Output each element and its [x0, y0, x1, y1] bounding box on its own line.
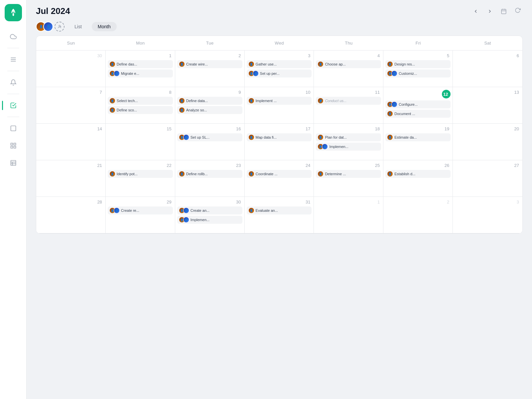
calendar-event[interactable]: 👤Document ... — [385, 110, 451, 118]
calendar-cell[interactable]: 9👤Define data...👤Analyze so... — [175, 87, 245, 124]
calendar-cell[interactable]: 13 — [453, 87, 522, 124]
calendar-event[interactable]: 👤Choose ap... — [316, 60, 381, 68]
event-avatar-woman: 👤 — [183, 217, 189, 223]
calendar-cell[interactable]: 6 — [453, 51, 522, 87]
calendar-cell[interactable]: 29👤👤Create re... — [106, 197, 175, 233]
event-avatar-group: 👤 — [248, 61, 254, 67]
calendar-event[interactable]: 👤Define rollb... — [177, 170, 242, 178]
calendar-cell[interactable]: 23👤Define rollb... — [175, 160, 245, 197]
event-label: Determine ... — [325, 172, 379, 176]
sidebar-item-notes[interactable] — [6, 121, 21, 136]
event-label: Conduct us... — [325, 99, 379, 103]
cell-date: 6 — [455, 53, 520, 58]
calendar-cell[interactable]: 15 — [106, 124, 175, 160]
event-avatar-man: 👤 — [109, 107, 115, 113]
calendar-cell[interactable]: 18👤Plan for dat...👤👤Implemen... — [314, 124, 383, 160]
calendar-cell[interactable]: 31👤Evaluate an... — [245, 197, 314, 233]
calendar-event[interactable]: 👤Determine ... — [316, 170, 381, 178]
sidebar-item-table[interactable] — [6, 156, 21, 170]
calendar-event[interactable]: 👤Estimate da... — [385, 133, 451, 141]
calendar-cell[interactable]: 20 — [453, 124, 522, 160]
add-member-button[interactable] — [55, 22, 65, 32]
calendar-event[interactable]: 👤Conduct us... — [316, 97, 381, 105]
calendar-cell[interactable]: 28 — [36, 197, 106, 233]
calendar-cell[interactable]: 24👤Coordinate ... — [245, 160, 314, 197]
event-label: Create an... — [191, 208, 241, 212]
calendar-event[interactable]: 👤Establish d... — [385, 170, 451, 178]
calendar-event[interactable]: 👤Design res... — [385, 60, 451, 68]
calendar-cell[interactable]: 16👤👤Set up SL... — [175, 124, 245, 160]
calendar-cell[interactable]: 22👤Identify pot... — [106, 160, 175, 197]
sidebar-item-tasks[interactable] — [6, 98, 21, 113]
event-label: Establish d... — [394, 172, 449, 176]
event-avatar-group: 👤 — [387, 111, 393, 117]
calendar-cell[interactable]: 8👤Select tech...👤Define sco... — [106, 87, 175, 124]
event-label: Select tech... — [117, 99, 171, 103]
event-avatar-woman: 👤 — [391, 70, 397, 76]
calendar-cell[interactable]: 14 — [36, 124, 106, 160]
calendar-cell[interactable]: 3 — [453, 197, 522, 233]
app-logo[interactable] — [5, 4, 22, 21]
calendar-day-headers: Sun Mon Tue Wed Thu Fri Sat — [36, 36, 522, 51]
calendar-event[interactable]: 👤Define data... — [177, 97, 242, 105]
svg-rect-9 — [11, 161, 16, 166]
calendar-event[interactable]: 👤👤Implemen... — [316, 143, 381, 151]
avatar-initials-1: 👤 — [39, 25, 43, 28]
event-avatar-group: 👤👤 — [387, 70, 397, 76]
sidebar-item-cloud[interactable] — [6, 29, 21, 44]
svg-rect-8 — [14, 146, 16, 148]
calendar-event[interactable]: 👤👤Set up SL... — [177, 133, 242, 141]
header: Jul 2024 — [27, 0, 532, 20]
calendar-event[interactable]: 👤👤Create an... — [177, 206, 242, 214]
calendar-cell[interactable]: 12👤👤Configure...👤Document ... — [383, 87, 453, 124]
sidebar-item-menu[interactable] — [6, 52, 21, 67]
calendar-event[interactable]: 👤Select tech... — [108, 97, 173, 105]
calendar-event[interactable]: 👤👤Set up per... — [247, 69, 312, 77]
calendar-event[interactable]: 👤Create wire... — [177, 60, 242, 68]
goto-today-button[interactable] — [499, 6, 509, 16]
calendar-event[interactable]: 👤👤Customiz... — [385, 69, 451, 77]
month-view-button[interactable]: Month — [92, 22, 117, 31]
calendar-cell[interactable]: 30👤👤Create an...👤👤Implemen... — [175, 197, 245, 233]
calendar-cell[interactable]: 1👤Define das...👤👤Migrate e... — [106, 51, 175, 87]
calendar-cell[interactable]: 10👤Implement ... — [245, 87, 314, 124]
calendar-event[interactable]: 👤Plan for dat... — [316, 133, 381, 141]
calendar-event[interactable]: 👤👤Configure... — [385, 100, 451, 108]
calendar-event[interactable]: 👤👤Implemen... — [177, 216, 242, 224]
calendar-event[interactable]: 👤Coordinate ... — [247, 170, 312, 178]
calendar-cell[interactable]: 26👤Establish d... — [383, 160, 453, 197]
calendar-event[interactable]: 👤Define sco... — [108, 106, 173, 114]
calendar-cell[interactable]: 7 — [36, 87, 106, 124]
calendar-cell[interactable]: 5👤Design res...👤👤Customiz... — [383, 51, 453, 87]
calendar-cell[interactable]: 19👤Estimate da... — [383, 124, 453, 160]
sidebar-item-grid[interactable] — [6, 138, 21, 153]
calendar-cell[interactable]: 30 — [36, 51, 106, 87]
calendar-event[interactable]: 👤Define das... — [108, 60, 173, 68]
calendar-event[interactable]: 👤Map data fi... — [247, 133, 312, 141]
calendar-cell[interactable]: 11👤Conduct us... — [314, 87, 383, 124]
refresh-button[interactable] — [513, 6, 523, 16]
calendar-cell[interactable]: 2👤Create wire... — [175, 51, 245, 87]
calendar-event[interactable]: 👤Evaluate an... — [247, 206, 312, 214]
calendar-cell[interactable]: 4👤Choose ap... — [314, 51, 383, 87]
prev-month-button[interactable] — [471, 6, 481, 16]
calendar-cell[interactable]: 27 — [453, 160, 522, 197]
sidebar — [0, 0, 27, 399]
list-view-button[interactable]: List — [68, 22, 88, 31]
calendar-cell[interactable]: 21 — [36, 160, 106, 197]
cell-date: 30 — [177, 200, 242, 204]
calendar-cell[interactable]: 25👤Determine ... — [314, 160, 383, 197]
event-label: Design res... — [394, 62, 449, 66]
calendar-cell[interactable]: 3👤Gather use...👤👤Set up per... — [245, 51, 314, 87]
calendar-event[interactable]: 👤👤Create re... — [108, 206, 173, 214]
calendar-cell[interactable]: 2 — [383, 197, 453, 233]
next-month-button[interactable] — [485, 6, 495, 16]
calendar-event[interactable]: 👤Implement ... — [247, 97, 312, 105]
calendar-cell[interactable]: 17👤Map data fi... — [245, 124, 314, 160]
sidebar-item-bell[interactable] — [6, 75, 21, 90]
calendar-cell[interactable]: 1 — [314, 197, 383, 233]
calendar-event[interactable]: 👤Analyze so... — [177, 106, 242, 114]
calendar-event[interactable]: 👤Identify pot... — [108, 170, 173, 178]
calendar-event[interactable]: 👤Gather use... — [247, 60, 312, 68]
calendar-event[interactable]: 👤👤Migrate e... — [108, 69, 173, 77]
